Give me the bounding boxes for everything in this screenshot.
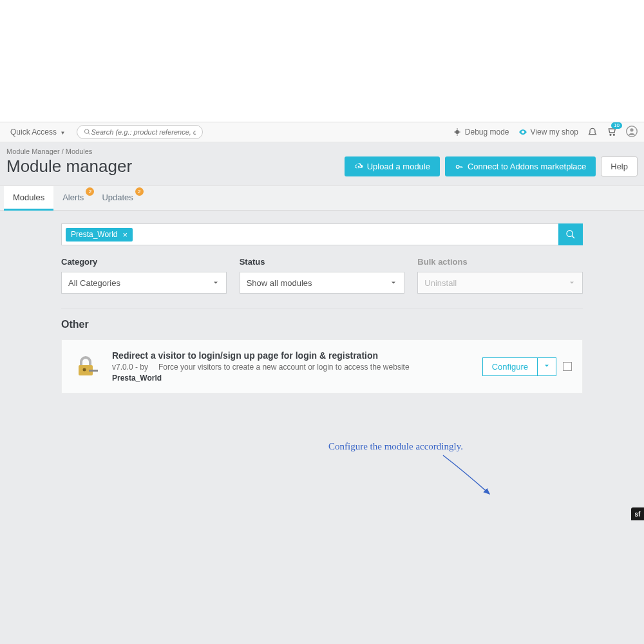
configure-dropdown-button[interactable] bbox=[538, 357, 556, 376]
quick-access-label: Quick Access bbox=[10, 128, 57, 137]
bulk-value: Uninstall bbox=[424, 278, 457, 288]
addons-label: Connect to Addons marketplace bbox=[468, 162, 586, 171]
eye-icon bbox=[518, 128, 527, 137]
module-card: Redirect a visitor to login/sign up page… bbox=[61, 339, 583, 393]
help-button[interactable]: Help bbox=[601, 156, 638, 176]
profile-button[interactable] bbox=[626, 126, 638, 139]
app-window: Quick Access ▼ Debug mode View my shop 1… bbox=[0, 122, 644, 644]
status-value: Show all modules bbox=[247, 278, 312, 288]
topbar-right: Debug mode View my shop 10 bbox=[453, 126, 638, 139]
search-chip-label: Presta_World bbox=[71, 230, 117, 239]
search-icon bbox=[565, 229, 576, 240]
help-label: Help bbox=[611, 162, 628, 171]
svg-point-7 bbox=[610, 134, 611, 135]
caret-down-icon: ▼ bbox=[60, 130, 65, 136]
avatar-icon bbox=[626, 126, 638, 137]
topbar: Quick Access ▼ Debug mode View my shop 1… bbox=[0, 122, 644, 142]
module-body: Redirect a visitor to login/sign up page… bbox=[112, 350, 482, 383]
breadcrumb-b[interactable]: Modules bbox=[66, 147, 93, 155]
lock-icon bbox=[73, 354, 99, 379]
svg-line-16 bbox=[572, 236, 574, 238]
chevron-down-icon bbox=[390, 279, 397, 287]
main-content: Presta_World × Category All Categories S… bbox=[0, 211, 644, 393]
module-search-button[interactable] bbox=[558, 223, 583, 245]
svg-point-2 bbox=[455, 130, 459, 134]
filter-status-label: Status bbox=[240, 257, 405, 267]
cart-button[interactable]: 10 bbox=[607, 126, 617, 138]
global-search-input[interactable] bbox=[91, 128, 196, 136]
module-description: Force your visitors to create a new acco… bbox=[158, 363, 410, 372]
global-search[interactable] bbox=[77, 125, 203, 139]
tab-updates-label: Updates bbox=[102, 193, 133, 202]
svg-point-10 bbox=[630, 128, 633, 131]
configure-label: Configure bbox=[492, 362, 528, 372]
module-meta: v7.0.0 - by Force your visitors to creat… bbox=[112, 363, 482, 372]
tab-updates[interactable]: Updates 2 bbox=[93, 186, 142, 210]
module-icon bbox=[72, 352, 100, 381]
chevron-down-icon bbox=[568, 279, 576, 287]
chevron-down-icon bbox=[543, 362, 551, 370]
view-shop-label: View my shop bbox=[531, 128, 578, 137]
svg-point-15 bbox=[567, 231, 573, 236]
module-actions: Configure bbox=[482, 357, 572, 376]
filter-bulk-label: Bulk actions bbox=[417, 257, 583, 267]
category-select[interactable]: All Categories bbox=[61, 272, 227, 294]
module-search-field[interactable]: Presta_World × bbox=[61, 223, 558, 245]
tab-modules[interactable]: Modules bbox=[4, 186, 53, 211]
module-search-row: Presta_World × bbox=[61, 223, 583, 245]
module-author: Presta_World bbox=[112, 374, 482, 383]
cloud-upload-icon bbox=[354, 162, 363, 171]
svg-rect-18 bbox=[89, 370, 98, 372]
svg-point-11 bbox=[456, 165, 459, 168]
filter-bulk: Bulk actions Uninstall bbox=[417, 257, 583, 294]
cart-badge: 10 bbox=[611, 122, 622, 129]
connect-addons-button[interactable]: Connect to Addons marketplace bbox=[445, 156, 596, 176]
bell-icon bbox=[587, 126, 598, 137]
debug-mode-link[interactable]: Debug mode bbox=[453, 128, 509, 137]
status-select[interactable]: Show all modules bbox=[240, 272, 405, 294]
category-value: All Categories bbox=[68, 278, 120, 288]
breadcrumb-a[interactable]: Module Manager bbox=[6, 147, 60, 155]
search-icon bbox=[84, 128, 91, 136]
module-title: Redirect a visitor to login/sign up page… bbox=[112, 350, 482, 361]
chip-remove-icon[interactable]: × bbox=[122, 230, 128, 240]
symfony-badge[interactable]: sf bbox=[631, 507, 644, 520]
filter-category: Category All Categories bbox=[61, 257, 227, 294]
module-version: v7.0.0 - by bbox=[112, 363, 148, 372]
upload-label: Upload a module bbox=[367, 162, 430, 171]
page-title: Module manager bbox=[6, 156, 132, 176]
svg-point-19 bbox=[83, 368, 86, 372]
tab-modules-label: Modules bbox=[13, 193, 44, 202]
bug-icon bbox=[453, 128, 462, 137]
annotation-arrow-icon bbox=[430, 450, 501, 502]
configure-button-group: Configure bbox=[482, 357, 556, 376]
quick-access-menu[interactable]: Quick Access ▼ bbox=[6, 128, 69, 137]
module-select-checkbox[interactable] bbox=[563, 362, 572, 371]
key-icon bbox=[455, 162, 464, 171]
tabs: Modules Alerts 2 Updates 2 bbox=[0, 185, 644, 211]
separator bbox=[61, 308, 583, 308]
breadcrumb: Module Manager / Modules bbox=[0, 142, 644, 156]
search-chip: Presta_World × bbox=[66, 228, 133, 242]
svg-point-0 bbox=[85, 129, 90, 134]
bulk-select[interactable]: Uninstall bbox=[417, 272, 583, 294]
updates-count-badge: 2 bbox=[135, 187, 144, 196]
svg-point-8 bbox=[613, 134, 614, 135]
view-shop-link[interactable]: View my shop bbox=[518, 128, 578, 137]
filters: Category All Categories Status Show all … bbox=[61, 257, 583, 294]
tab-alerts-label: Alerts bbox=[62, 193, 84, 202]
tab-alerts[interactable]: Alerts 2 bbox=[53, 186, 93, 210]
svg-line-1 bbox=[88, 133, 90, 134]
annotation-text: Configure the module accordingly. bbox=[328, 441, 463, 452]
configure-button[interactable]: Configure bbox=[482, 357, 538, 376]
section-title: Other bbox=[61, 319, 583, 330]
title-actions: Upload a module Connect to Addons market… bbox=[345, 156, 638, 176]
filter-category-label: Category bbox=[61, 257, 227, 267]
notifications-button[interactable] bbox=[587, 126, 598, 138]
debug-mode-label: Debug mode bbox=[465, 128, 509, 137]
filter-status: Status Show all modules bbox=[240, 257, 405, 294]
title-row: Module manager Upload a module Connect t… bbox=[0, 156, 644, 185]
chevron-down-icon bbox=[212, 279, 220, 287]
upload-module-button[interactable]: Upload a module bbox=[345, 156, 440, 176]
